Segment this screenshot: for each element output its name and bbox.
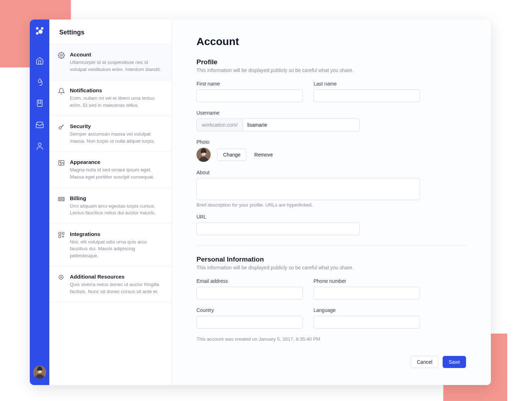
main-content: Account Profile This information will be…	[172, 20, 491, 385]
bell-icon	[58, 88, 65, 95]
grid-plus-icon	[58, 231, 65, 238]
svg-rect-15	[62, 232, 64, 234]
last-name-label: Last name	[314, 81, 420, 87]
settings-item-desc: Nisi, elit volutpat odio urna quis arcu …	[70, 238, 163, 259]
app-logo	[35, 26, 45, 36]
phone-label: Phone number	[314, 278, 420, 284]
phone-input[interactable]	[314, 287, 420, 300]
settings-item-label: Billing	[70, 195, 163, 201]
image-icon	[58, 159, 65, 166]
profile-desc: This information will be displayed publi…	[196, 67, 466, 73]
svg-point-0	[36, 27, 38, 30]
svg-point-11	[60, 162, 61, 163]
svg-point-2	[36, 32, 38, 35]
magnify-icon	[58, 274, 65, 281]
svg-rect-16	[59, 235, 61, 237]
save-button[interactable]: Save	[443, 356, 466, 368]
country-label: Country	[196, 307, 303, 313]
svg-point-13	[61, 198, 62, 199]
settings-item-label: Notifications	[70, 87, 163, 93]
settings-item-appearance[interactable]: Appearance Magna nulla id sed ornare ips…	[49, 152, 171, 188]
photo-label: Photo	[196, 139, 466, 145]
personal-heading: Personal Information	[196, 256, 466, 263]
created-note: This account was created on January 5, 2…	[196, 336, 466, 342]
user-icon[interactable]	[35, 142, 44, 150]
settings-item-desc: Orci aliquam arcu egestas turpis cursus.…	[70, 203, 163, 216]
settings-item-label: Integrations	[70, 231, 163, 237]
profile-heading: Profile	[196, 58, 466, 66]
settings-item-label: Security	[70, 123, 163, 129]
username-input[interactable]	[243, 119, 360, 131]
svg-point-8	[61, 55, 62, 56]
first-name-label: First name	[196, 81, 303, 87]
current-user-avatar[interactable]	[33, 366, 46, 379]
url-input[interactable]	[196, 223, 360, 235]
page-title: Account	[196, 35, 466, 48]
email-input[interactable]	[196, 287, 303, 300]
home-icon[interactable]	[35, 56, 44, 65]
settings-title: Settings	[49, 20, 171, 44]
remove-photo-button[interactable]: Remove	[253, 149, 274, 160]
url-label: URL	[196, 214, 360, 220]
settings-item-label: Additional Resources	[70, 274, 163, 280]
settings-item-desc: Enim, nullam mi vel et libero urna lectu…	[70, 95, 163, 109]
settings-item-desc: Magna nulla id sed ornare ipsum eget. Ma…	[70, 166, 163, 180]
settings-item-security[interactable]: Security Semper accumsan massa vel volut…	[49, 116, 171, 152]
cash-icon	[58, 196, 65, 203]
svg-rect-14	[59, 232, 61, 234]
country-input[interactable]	[196, 316, 303, 329]
cancel-button[interactable]: Cancel	[411, 356, 438, 368]
section-divider	[196, 245, 466, 246]
inbox-icon[interactable]	[35, 120, 44, 129]
change-photo-button[interactable]: Change	[217, 149, 246, 161]
profile-photo	[196, 148, 211, 162]
last-name-input[interactable]	[314, 89, 420, 102]
settings-item-account[interactable]: Account Ullamcorper id at suspendisse ne…	[49, 44, 171, 80]
username-label: Username	[196, 110, 466, 116]
flame-icon[interactable]	[35, 78, 44, 86]
gear-icon	[58, 52, 65, 59]
settings-item-integrations[interactable]: Integrations Nisi, elit volutpat odio ur…	[49, 224, 171, 267]
settings-item-resources[interactable]: Additional Resources Quis viverra netus …	[49, 267, 171, 302]
first-name-input[interactable]	[196, 89, 303, 102]
username-prefix: workcation.com/	[196, 119, 243, 131]
settings-item-desc: Semper accumsan massa vel volutpat massa…	[70, 131, 163, 144]
settings-item-notifications[interactable]: Notifications Enim, nullam mi vel et lib…	[49, 80, 171, 116]
email-label: Email address	[196, 278, 303, 284]
form-actions: Cancel Save	[196, 356, 466, 368]
settings-item-label: Account	[70, 51, 163, 57]
svg-point-5	[38, 143, 41, 146]
settings-sidebar: Settings Account Ullamcorper id at suspe…	[49, 20, 172, 385]
language-input[interactable]	[314, 316, 420, 329]
about-textarea[interactable]	[196, 178, 420, 200]
svg-point-9	[59, 127, 61, 129]
settings-item-desc: Ullamcorper id at suspendisse nec id vol…	[70, 59, 163, 73]
bookmark-icon[interactable]	[35, 99, 44, 108]
key-icon	[58, 123, 65, 131]
settings-item-billing[interactable]: Billing Orci aliquam arcu egestas turpis…	[49, 188, 171, 224]
personal-desc: This information will be displayed publi…	[196, 265, 466, 270]
settings-item-desc: Quis viverra netus donec ut auctor fring…	[70, 281, 163, 295]
svg-point-1	[41, 27, 43, 30]
about-label: About	[196, 170, 420, 175]
app-window: Settings Account Ullamcorper id at suspe…	[30, 20, 491, 385]
settings-list: Account Ullamcorper id at suspendisse ne…	[49, 44, 171, 385]
language-label: Language	[314, 307, 420, 313]
settings-item-label: Appearance	[70, 159, 163, 165]
about-helper: Brief description for your profile. URLs…	[196, 202, 420, 208]
svg-point-3	[38, 30, 43, 34]
nav-rail	[30, 20, 49, 385]
